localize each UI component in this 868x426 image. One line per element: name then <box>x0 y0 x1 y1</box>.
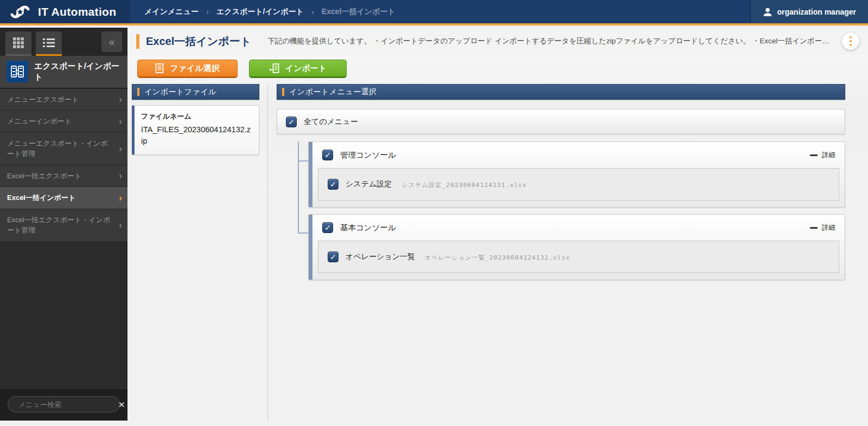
collapse-icon: « <box>108 36 114 47</box>
check-icon: ✓ <box>288 118 295 126</box>
export-import-icon <box>7 61 28 82</box>
sidebar-item-excel-bulk-export-import-mgmt[interactable]: Excel一括エクスポート・インポート管理 › <box>0 209 127 242</box>
tree-connector-branch <box>298 233 308 234</box>
menu-item-file-name: オペレーション一覧_20230604124132.xlsx <box>425 252 570 262</box>
group-checkbox[interactable]: ✓ <box>322 150 333 160</box>
chevron-right-icon: › <box>119 218 122 233</box>
breadcrumb-current-page: Excel一括インポート <box>322 7 395 17</box>
import-file-panel-header: インポートファイル <box>132 84 259 100</box>
sidebar-item-label: メニューインポート <box>7 117 72 125</box>
sidebar-item-label: Excel一括インポート <box>7 193 75 202</box>
all-menu-checkbox[interactable]: ✓ <box>286 117 297 127</box>
menu-search-box: ✕ <box>8 396 120 412</box>
sidebar-search-area: ✕ <box>0 389 127 421</box>
sidebar-group-header: エクスポート/インポート <box>0 56 127 89</box>
sidebar-item-menu-export-import-mgmt[interactable]: メニューエクスポート・インポート管理 › <box>0 133 127 165</box>
import-file-panel-title: インポートファイル <box>144 87 216 97</box>
kebab-dot-icon <box>850 36 852 38</box>
sidebar-menu: メニューエクスポート › メニューインポート › メニューエクスポート・インポー… <box>0 89 127 242</box>
import-file-card: ファイルネーム ITA_FILES_20230604124132.zip <box>132 105 259 155</box>
sidebar-tabs: « <box>0 28 127 56</box>
sidebar: « エクスポート/インポート メニューエクスポート › <box>0 28 127 421</box>
menu-select-column: インポートメニュー選択 ✓ 全てのメニュー ✓ 管理コンソール <box>277 84 845 280</box>
file-select-button[interactable]: ファイル選択 <box>137 60 238 78</box>
group-items-panel: ✓ システム設定 システム設定_20230604124131.xlsx <box>318 168 839 201</box>
minus-icon <box>810 227 818 229</box>
user-name: organization manager <box>777 8 856 16</box>
action-buttons: ファイル選択 インポート <box>137 60 347 78</box>
all-menu-label[interactable]: 全てのメニュー <box>304 117 358 127</box>
breadcrumb-main-menu[interactable]: メインメニュー <box>144 7 199 17</box>
menu-search-input[interactable] <box>18 401 114 409</box>
sidebar-item-menu-import[interactable]: メニューインポート › <box>0 111 127 133</box>
sidebar-item-label: メニューエクスポート・インポート管理 <box>7 139 107 158</box>
file-name-label: ファイルネーム <box>141 112 252 121</box>
kebab-dot-icon <box>850 44 852 46</box>
sidebar-group-title: エクスポート/インポート <box>34 61 121 83</box>
menu-item-name[interactable]: オペレーション一覧 <box>346 252 415 262</box>
import-button-label: インポート <box>285 63 327 74</box>
group-name[interactable]: 管理コンソール <box>340 150 396 160</box>
group-name[interactable]: 基本コンソール <box>340 223 396 233</box>
menu-tree: ✓ 管理コンソール 詳細 ✓ システム設定 システム設定_20230604124… <box>277 141 845 280</box>
main-content: Excel一括インポート 下記の機能を提供しています。 ・インポートデータのアッ… <box>127 28 868 421</box>
page-description: 下記の機能を提供しています。 ・インポートデータのアップロード インポートするデ… <box>267 36 832 46</box>
app-header: IT Automation メインメニュー › エクスポート/インポート › E… <box>0 0 868 25</box>
search-clear-icon[interactable]: ✕ <box>118 401 125 409</box>
group-header: ✓ 基本コンソール 詳細 <box>309 215 845 241</box>
file-select-button-label: ファイル選択 <box>170 63 219 74</box>
chevron-right-icon: › <box>119 190 122 205</box>
detail-toggle-button[interactable]: 詳細 <box>810 223 835 233</box>
chevron-right-icon: › <box>119 169 122 183</box>
panel-accent-bar <box>282 88 284 96</box>
detail-label: 詳細 <box>822 223 835 233</box>
logo-area[interactable]: IT Automation <box>0 0 130 23</box>
import-icon <box>269 63 279 73</box>
kebab-dot-icon <box>850 40 852 42</box>
menu-item-name[interactable]: システム設定 <box>346 179 392 189</box>
chevron-right-icon: › <box>119 141 122 156</box>
tab-menu-grid[interactable] <box>5 31 31 56</box>
all-menu-card: ✓ 全てのメニュー <box>277 109 845 134</box>
detail-label: 詳細 <box>822 151 835 160</box>
exastro-logo-icon <box>8 4 33 20</box>
title-accent-bar <box>136 34 139 49</box>
menu-item-checkbox[interactable]: ✓ <box>328 179 339 190</box>
chevron-right-icon: › <box>119 114 122 128</box>
sidebar-item-label: メニューエクスポート <box>7 95 79 104</box>
page-title: Excel一括インポート <box>146 34 251 49</box>
menu-select-panel-title: インポートメニュー選択 <box>289 87 377 97</box>
breadcrumb-export-import[interactable]: エクスポート/インポート <box>216 7 304 17</box>
chevron-right-icon: › <box>119 92 122 107</box>
sidebar-item-menu-export[interactable]: メニューエクスポート › <box>0 89 127 111</box>
app-title: IT Automation <box>38 5 116 18</box>
user-menu[interactable]: organization manager <box>750 0 868 23</box>
group-checkbox[interactable]: ✓ <box>322 222 333 233</box>
menu-item-checkbox[interactable]: ✓ <box>328 251 339 262</box>
column-divider <box>267 84 268 421</box>
file-name-value: ITA_FILES_20230604124132.zip <box>141 124 252 147</box>
sidebar-item-label: Excel一括エクスポート・インポート管理 <box>7 216 110 235</box>
check-icon: ✓ <box>330 253 336 261</box>
sidebar-item-label: Excel一括エクスポート <box>7 172 81 180</box>
breadcrumb-separator-icon: › <box>311 7 314 16</box>
list-icon <box>42 37 55 48</box>
check-icon: ✓ <box>324 151 331 159</box>
detail-toggle-button[interactable]: 詳細 <box>810 151 835 160</box>
breadcrumb: メインメニュー › エクスポート/インポート › Excel一括インポート <box>130 0 750 23</box>
group-card-admin-console: ✓ 管理コンソール 詳細 ✓ システム設定 システム設定_20230604124… <box>308 141 845 208</box>
group-header: ✓ 管理コンソール 詳細 <box>309 142 845 168</box>
sidebar-item-excel-bulk-export[interactable]: Excel一括エクスポート › <box>0 165 127 188</box>
menu-select-panel-header: インポートメニュー選択 <box>277 84 845 100</box>
menu-item-file-name: システム設定_20230604124131.xlsx <box>401 179 527 189</box>
minus-icon <box>810 154 818 156</box>
sidebar-collapse-button[interactable]: « <box>101 31 122 52</box>
sidebar-item-excel-bulk-import[interactable]: Excel一括インポート › <box>0 187 127 209</box>
tab-menu-list[interactable] <box>36 31 62 56</box>
page-menu-button[interactable] <box>842 33 859 50</box>
group-items-panel: ✓ オペレーション一覧 オペレーション一覧_20230604124132.xls… <box>318 241 839 273</box>
page-title-bar: Excel一括インポート 下記の機能を提供しています。 ・インポートデータのアッ… <box>127 28 868 55</box>
import-file-column: インポートファイル ファイルネーム ITA_FILES_202306041241… <box>132 84 259 155</box>
import-button[interactable]: インポート <box>249 60 347 78</box>
group-card-basic-console: ✓ 基本コンソール 詳細 ✓ オペレーション一覧 オペレーション一覧_20230… <box>308 214 845 280</box>
